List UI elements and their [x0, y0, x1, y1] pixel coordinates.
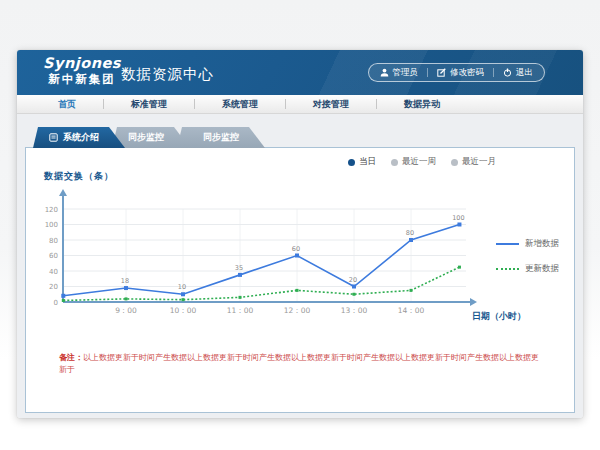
blue-line-icon [496, 243, 519, 245]
nav-item-system-mgmt[interactable]: 系统管理 [195, 98, 285, 111]
radio-dot-icon [348, 159, 355, 166]
power-icon [503, 68, 512, 77]
radio-label: 当日 [359, 156, 376, 168]
svg-text:35: 35 [235, 264, 243, 272]
chart-legend: 新增数据 更新数据 [496, 238, 559, 275]
radio-last-week[interactable]: 最近一周 [391, 156, 436, 168]
legend-item-new-data[interactable]: 新增数据 [496, 238, 559, 250]
main-nav: 首页 标准管理 系统管理 对接管理 数据异动 [17, 95, 583, 114]
edit-icon [437, 68, 446, 77]
radio-last-month[interactable]: 最近一月 [451, 156, 496, 168]
green-dotted-line-icon [496, 268, 519, 270]
svg-text:11 : 00: 11 : 00 [227, 306, 254, 315]
svg-text:60: 60 [292, 245, 300, 253]
svg-text:10: 10 [178, 283, 186, 291]
radio-label: 最近一月 [462, 156, 496, 168]
y-axis-title: 数据交换（条） [44, 170, 114, 183]
admin-user-button[interactable]: 管理员 [380, 67, 419, 79]
tab-label: 同步监控 [203, 127, 239, 148]
tab-label: 系统介绍 [63, 127, 99, 148]
footnote-prefix: 备注： [59, 353, 83, 362]
app-header: Synjones 新中新集团 数据资源中心 管理员 修改密码 退出 [17, 50, 583, 95]
x-axis-title: 日期（小时） [472, 310, 526, 323]
legend-item-update-data[interactable]: 更新数据 [496, 263, 559, 275]
logo-text-cn: 新中新集团 [43, 72, 121, 87]
svg-text:100: 100 [45, 221, 58, 229]
svg-text:80: 80 [49, 237, 58, 245]
nav-item-data-change[interactable]: 数据异动 [377, 98, 467, 111]
change-password-button[interactable]: 修改密码 [437, 67, 484, 79]
app-window: Synjones 新中新集团 数据资源中心 管理员 修改密码 退出 首页 标准管… [17, 50, 583, 418]
footnote: 备注：以上数据更新于时间产生数据以上数据更新于时间产生数据以上数据更新于时间产生… [59, 352, 545, 376]
tab-system-intro[interactable]: 系统介绍 [33, 127, 125, 148]
logout-label: 退出 [516, 67, 533, 79]
svg-text:9 : 00: 9 : 00 [115, 306, 137, 315]
svg-text:10 : 00: 10 : 00 [170, 306, 197, 315]
legend-label: 更新数据 [525, 263, 559, 275]
svg-text:40: 40 [49, 268, 58, 276]
tab-bar: 系统介绍 同步监控 同步监控 [33, 127, 265, 148]
svg-text:18: 18 [121, 277, 129, 285]
footnote-text: 以上数据更新于时间产生数据以上数据更新于时间产生数据以上数据更新于时间产生数据以… [59, 353, 539, 374]
radio-dot-icon [451, 159, 458, 166]
svg-text:60: 60 [49, 252, 58, 260]
user-icon [380, 68, 389, 77]
change-password-label: 修改密码 [450, 67, 484, 79]
svg-text:13 : 00: 13 : 00 [341, 306, 368, 315]
divider [427, 68, 428, 77]
line-chart: 0204060801001209 : 0010 : 0011 : 0012 : … [36, 186, 480, 324]
svg-text:14 : 00: 14 : 00 [398, 306, 425, 315]
svg-text:100: 100 [452, 214, 464, 222]
chart-panel: 当日 最近一周 最近一月 数据交换（条） 0204060801001209 : … [25, 147, 575, 413]
svg-text:0: 0 [54, 299, 58, 307]
logout-button[interactable]: 退出 [503, 67, 533, 79]
admin-user-label: 管理员 [393, 67, 419, 79]
svg-text:20: 20 [349, 276, 357, 284]
svg-text:120: 120 [45, 206, 58, 214]
nav-item-connect-mgmt[interactable]: 对接管理 [286, 98, 376, 111]
tab-sync-monitor-1[interactable]: 同步监控 [112, 127, 190, 148]
svg-text:20: 20 [49, 283, 58, 291]
page-title: 数据资源中心 [121, 50, 214, 95]
legend-label: 新增数据 [525, 238, 559, 250]
divider [493, 68, 494, 77]
tab-label: 同步监控 [128, 127, 164, 148]
nav-item-home[interactable]: 首页 [31, 98, 103, 111]
user-menu: 管理员 修改密码 退出 [368, 63, 546, 82]
document-icon [49, 133, 58, 142]
time-range-filter: 当日 最近一周 最近一月 [348, 156, 496, 168]
synjones-logo: Synjones 新中新集团 [43, 55, 121, 87]
svg-text:12 : 00: 12 : 00 [284, 306, 311, 315]
radio-today[interactable]: 当日 [348, 156, 376, 168]
radio-label: 最近一周 [402, 156, 436, 168]
nav-item-standard-mgmt[interactable]: 标准管理 [104, 98, 194, 111]
logo-text-en: Synjones [43, 55, 121, 71]
tab-sync-monitor-2[interactable]: 同步监控 [177, 127, 265, 148]
content-area: 系统介绍 同步监控 同步监控 当日 最近一周 [17, 114, 583, 418]
svg-text:80: 80 [406, 229, 414, 237]
radio-dot-icon [391, 159, 398, 166]
